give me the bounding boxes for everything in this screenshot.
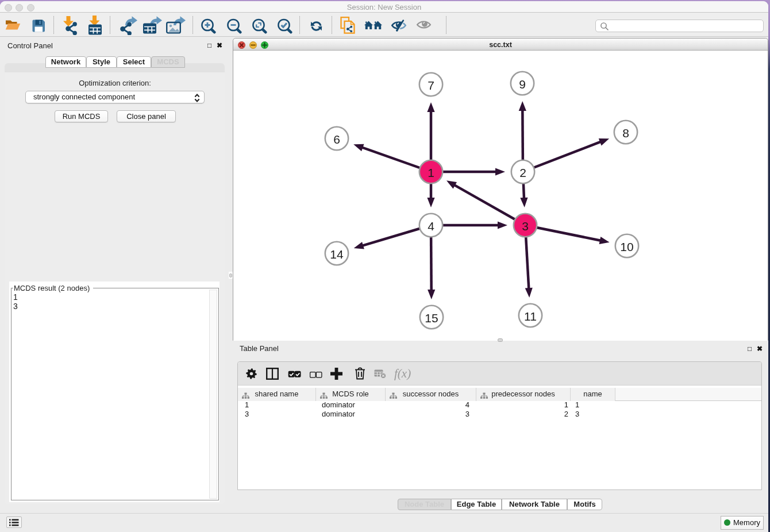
svg-text:11: 11 <box>524 310 537 323</box>
svg-text:9: 9 <box>519 78 526 91</box>
svg-text:8: 8 <box>622 126 629 140</box>
svg-text:15: 15 <box>425 311 438 325</box>
svg-text:2: 2 <box>519 166 526 179</box>
svg-text:7: 7 <box>428 79 434 92</box>
svg-text:3: 3 <box>522 219 529 233</box>
svg-text:10: 10 <box>620 240 633 253</box>
svg-text:6: 6 <box>333 133 340 146</box>
svg-text:14: 14 <box>330 248 344 261</box>
svg-text:4: 4 <box>428 219 434 233</box>
svg-text:1: 1 <box>428 166 434 179</box>
